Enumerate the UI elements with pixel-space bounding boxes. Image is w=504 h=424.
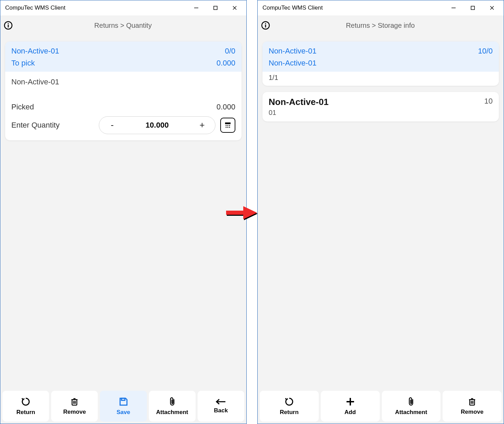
- paperclip-icon: [168, 397, 177, 407]
- quantity-card: Non-Active-01 0/0 To pick 0.000 Non-Acti…: [5, 42, 242, 140]
- svg-rect-6: [8, 25, 9, 27]
- remove-label: Remove: [461, 409, 483, 415]
- svg-point-8: [226, 125, 227, 126]
- storage-item-sub: 01: [269, 109, 493, 117]
- attachment-button[interactable]: Attachment: [149, 391, 196, 422]
- quantity-stepper: - 10.000 +: [99, 116, 215, 134]
- page-count: 1/1: [262, 72, 499, 86]
- add-button[interactable]: Add: [321, 391, 380, 422]
- bottom-toolbar: Return Add Attachment Remove: [258, 389, 504, 424]
- app-title: CompuTec WMS Client: [262, 4, 444, 11]
- svg-rect-37: [226, 211, 245, 215]
- picked-label: Picked: [11, 103, 34, 111]
- hl-item-name: Non-Active-01: [269, 45, 316, 57]
- info-icon[interactable]: [4, 21, 13, 30]
- storage-list-item[interactable]: Non-Active-01 10 01: [262, 92, 499, 121]
- card-body: Non-Active-01 Picked 0.000 Enter Quantit…: [5, 72, 242, 140]
- back-button[interactable]: Back: [198, 391, 244, 422]
- save-icon: [118, 397, 129, 407]
- close-button[interactable]: [482, 2, 502, 14]
- remove-button[interactable]: Remove: [51, 391, 98, 422]
- back-arrow-icon: [215, 398, 227, 405]
- svg-point-13: [229, 127, 230, 128]
- app-title: CompuTec WMS Client: [5, 4, 187, 11]
- storage-item-qty: 10: [484, 97, 493, 106]
- svg-point-12: [227, 127, 228, 128]
- hl-item-name: Non-Active-01: [11, 45, 59, 57]
- storage-name: Non-Active-01: [11, 75, 235, 89]
- minimize-button[interactable]: [444, 2, 463, 14]
- svg-rect-23: [471, 6, 474, 10]
- svg-rect-28: [265, 25, 266, 27]
- save-label: Save: [117, 409, 130, 416]
- hl-item-count: 0/0: [225, 45, 235, 57]
- remove-button[interactable]: Remove: [443, 391, 502, 422]
- content-area: Non-Active-01 10/0 Non-Active-01 1/1 Non…: [258, 35, 504, 389]
- attachment-button[interactable]: Attachment: [382, 391, 441, 422]
- plus-icon: [345, 397, 355, 407]
- return-button[interactable]: Return: [2, 391, 49, 422]
- svg-point-5: [8, 23, 9, 24]
- enter-qty-label: Enter Quantity: [11, 121, 94, 130]
- svg-point-27: [265, 23, 266, 24]
- maximize-button[interactable]: [463, 2, 482, 14]
- svg-point-9: [227, 125, 228, 126]
- svg-rect-1: [214, 6, 217, 10]
- arrow-annotation: [224, 204, 259, 221]
- trash-icon: [467, 397, 477, 407]
- add-label: Add: [344, 409, 356, 416]
- close-button[interactable]: [225, 2, 244, 14]
- card-highlight: Non-Active-01 10/0 Non-Active-01: [262, 42, 499, 72]
- hl-topick-value: 0.000: [216, 57, 235, 69]
- storage-item-name: Non-Active-01: [269, 97, 329, 107]
- maximize-button[interactable]: [206, 2, 225, 14]
- return-icon: [21, 397, 31, 407]
- return-label: Return: [16, 409, 35, 416]
- summary-card: Non-Active-01 10/0 Non-Active-01 1/1: [262, 42, 499, 86]
- hl-item-count: 10/0: [478, 45, 493, 57]
- attachment-label: Attachment: [156, 409, 188, 416]
- svg-rect-7: [225, 122, 231, 124]
- hl-topick-label: To pick: [11, 57, 35, 69]
- svg-point-10: [229, 125, 230, 126]
- save-button[interactable]: Save: [100, 391, 146, 422]
- info-icon[interactable]: [261, 21, 270, 30]
- breadcrumb-bar: Returns > Quantity: [0, 15, 246, 35]
- back-label: Back: [214, 407, 228, 414]
- increment-button[interactable]: +: [195, 120, 209, 130]
- card-highlight: Non-Active-01 0/0 To pick 0.000: [5, 42, 242, 72]
- calculator-button[interactable]: [220, 118, 235, 133]
- content-area: Non-Active-01 0/0 To pick 0.000 Non-Acti…: [0, 35, 246, 389]
- svg-rect-20: [121, 398, 125, 400]
- return-icon: [284, 397, 294, 407]
- picked-value: 0.000: [216, 103, 235, 111]
- return-button[interactable]: Return: [260, 391, 319, 422]
- return-label: Return: [280, 409, 298, 416]
- breadcrumb-bar: Returns > Storage info: [258, 15, 504, 35]
- window-storage-info: CompuTec WMS Client Returns > Storage in…: [257, 0, 504, 424]
- breadcrumb: Returns > Storage info: [270, 22, 500, 30]
- remove-label: Remove: [63, 409, 86, 415]
- quantity-value[interactable]: 10.000: [119, 121, 195, 130]
- paperclip-icon: [407, 397, 415, 407]
- breadcrumb: Returns > Quantity: [13, 22, 243, 30]
- hl-storage-name: Non-Active-01: [269, 57, 316, 69]
- titlebar: CompuTec WMS Client: [0, 0, 246, 15]
- attachment-label: Attachment: [395, 409, 427, 416]
- decrement-button[interactable]: -: [105, 120, 119, 130]
- minimize-button[interactable]: [187, 2, 206, 14]
- bottom-toolbar: Return Remove Save Attachment Back: [0, 389, 246, 424]
- trash-icon: [70, 397, 79, 407]
- svg-point-11: [226, 127, 227, 128]
- titlebar: CompuTec WMS Client: [258, 0, 504, 15]
- window-quantity: CompuTec WMS Client Returns > Quantity N…: [0, 0, 247, 424]
